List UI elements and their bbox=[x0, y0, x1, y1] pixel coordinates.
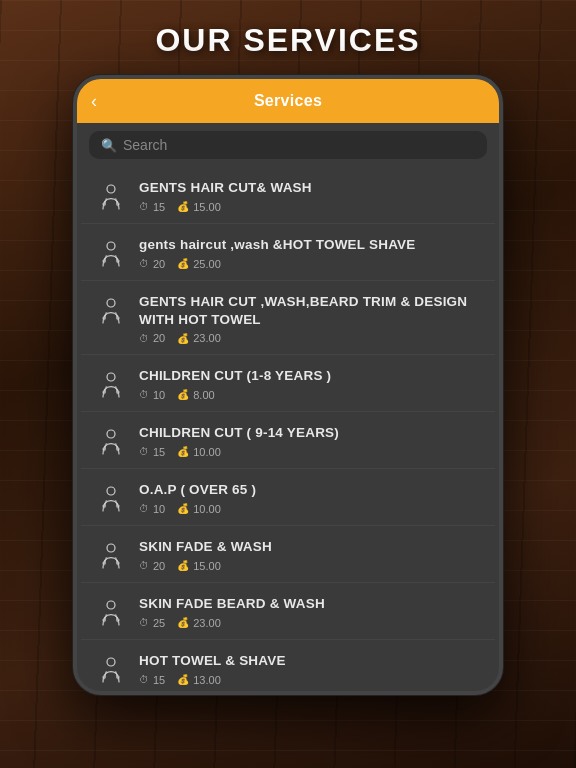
price-icon: 💰 bbox=[177, 560, 189, 571]
price-value: 23.00 bbox=[193, 332, 221, 344]
clock-icon: ⏱ bbox=[139, 617, 149, 628]
tablet-frame: ‹ Services 🔍 Search GENTS HAIR CUT& WASH… bbox=[73, 75, 503, 695]
duration-value: 20 bbox=[153, 560, 165, 572]
svg-point-1 bbox=[107, 242, 115, 250]
clock-icon: ⏱ bbox=[139, 258, 149, 269]
price-value: 25.00 bbox=[193, 258, 221, 270]
service-icon bbox=[95, 426, 127, 458]
price-icon: 💰 bbox=[177, 503, 189, 514]
duration-value: 25 bbox=[153, 617, 165, 629]
service-price: 💰 8.00 bbox=[177, 389, 214, 401]
service-duration: ⏱ 20 bbox=[139, 258, 165, 270]
service-info: gents haircut ,wash &HOT TOWEL SHAVE ⏱ 2… bbox=[139, 236, 481, 270]
service-duration: ⏱ 15 bbox=[139, 201, 165, 213]
service-icon bbox=[95, 654, 127, 686]
service-meta: ⏱ 25 💰 23.00 bbox=[139, 617, 481, 629]
service-name: CHILDREN CUT ( 9-14 YEARS) bbox=[139, 424, 481, 442]
price-icon: 💰 bbox=[177, 389, 189, 400]
price-value: 8.00 bbox=[193, 389, 214, 401]
service-price: 💰 25.00 bbox=[177, 258, 221, 270]
service-duration: ⏱ 15 bbox=[139, 674, 165, 686]
service-meta: ⏱ 15 💰 15.00 bbox=[139, 201, 481, 213]
service-meta: ⏱ 15 💰 10.00 bbox=[139, 446, 481, 458]
services-list[interactable]: GENTS HAIR CUT& WASH ⏱ 15 💰 15.00 gents … bbox=[77, 167, 499, 691]
service-name: O.A.P ( OVER 65 ) bbox=[139, 481, 481, 499]
service-icon bbox=[95, 483, 127, 515]
service-meta: ⏱ 15 💰 13.00 bbox=[139, 674, 481, 686]
service-info: O.A.P ( OVER 65 ) ⏱ 10 💰 10.00 bbox=[139, 481, 481, 515]
service-icon bbox=[95, 369, 127, 401]
page-title: OUR SERVICES bbox=[155, 22, 420, 59]
price-icon: 💰 bbox=[177, 258, 189, 269]
service-icon bbox=[95, 597, 127, 629]
service-duration: ⏱ 20 bbox=[139, 332, 165, 344]
service-meta: ⏱ 10 💰 10.00 bbox=[139, 503, 481, 515]
service-icon bbox=[95, 295, 127, 327]
svg-point-2 bbox=[107, 299, 115, 307]
search-icon: 🔍 bbox=[101, 138, 117, 153]
list-item[interactable]: O.A.P ( OVER 65 ) ⏱ 10 💰 10.00 bbox=[81, 469, 495, 526]
service-price: 💰 15.00 bbox=[177, 560, 221, 572]
service-price: 💰 15.00 bbox=[177, 201, 221, 213]
service-icon bbox=[95, 238, 127, 270]
duration-value: 15 bbox=[153, 201, 165, 213]
clock-icon: ⏱ bbox=[139, 560, 149, 571]
clock-icon: ⏱ bbox=[139, 389, 149, 400]
svg-point-5 bbox=[107, 487, 115, 495]
service-price: 💰 23.00 bbox=[177, 617, 221, 629]
price-value: 23.00 bbox=[193, 617, 221, 629]
service-duration: ⏱ 10 bbox=[139, 503, 165, 515]
service-duration: ⏱ 20 bbox=[139, 560, 165, 572]
svg-point-7 bbox=[107, 601, 115, 609]
service-info: GENTS HAIR CUT ,WASH,BEARD TRIM & DESIGN… bbox=[139, 293, 481, 344]
duration-value: 20 bbox=[153, 258, 165, 270]
service-duration: ⏱ 15 bbox=[139, 446, 165, 458]
service-meta: ⏱ 10 💰 8.00 bbox=[139, 389, 481, 401]
list-item[interactable]: SKIN FADE & WASH ⏱ 20 💰 15.00 bbox=[81, 526, 495, 583]
clock-icon: ⏱ bbox=[139, 333, 149, 344]
list-item[interactable]: SKIN FADE BEARD & WASH ⏱ 25 💰 23.00 bbox=[81, 583, 495, 640]
price-icon: 💰 bbox=[177, 333, 189, 344]
clock-icon: ⏱ bbox=[139, 674, 149, 685]
svg-point-4 bbox=[107, 430, 115, 438]
price-icon: 💰 bbox=[177, 201, 189, 212]
list-item[interactable]: GENTS HAIR CUT& WASH ⏱ 15 💰 15.00 bbox=[81, 167, 495, 224]
service-meta: ⏱ 20 💰 23.00 bbox=[139, 332, 481, 344]
back-button[interactable]: ‹ bbox=[91, 91, 97, 112]
svg-point-3 bbox=[107, 373, 115, 381]
duration-value: 10 bbox=[153, 503, 165, 515]
service-info: SKIN FADE & WASH ⏱ 20 💰 15.00 bbox=[139, 538, 481, 572]
list-item[interactable]: gents haircut ,wash &HOT TOWEL SHAVE ⏱ 2… bbox=[81, 224, 495, 281]
price-icon: 💰 bbox=[177, 617, 189, 628]
list-item[interactable]: CHILDREN CUT ( 9-14 YEARS) ⏱ 15 💰 10.00 bbox=[81, 412, 495, 469]
price-icon: 💰 bbox=[177, 674, 189, 685]
search-input-wrapper[interactable]: 🔍 Search bbox=[89, 131, 487, 159]
price-value: 10.00 bbox=[193, 446, 221, 458]
service-info: SKIN FADE BEARD & WASH ⏱ 25 💰 23.00 bbox=[139, 595, 481, 629]
price-value: 15.00 bbox=[193, 560, 221, 572]
service-icon bbox=[95, 181, 127, 213]
clock-icon: ⏱ bbox=[139, 201, 149, 212]
clock-icon: ⏱ bbox=[139, 446, 149, 457]
service-price: 💰 10.00 bbox=[177, 503, 221, 515]
svg-point-8 bbox=[107, 658, 115, 666]
duration-value: 20 bbox=[153, 332, 165, 344]
price-value: 10.00 bbox=[193, 503, 221, 515]
service-name: SKIN FADE BEARD & WASH bbox=[139, 595, 481, 613]
service-price: 💰 13.00 bbox=[177, 674, 221, 686]
service-name: CHILDREN CUT (1-8 YEARS ) bbox=[139, 367, 481, 385]
price-icon: 💰 bbox=[177, 446, 189, 457]
list-item[interactable]: CHILDREN CUT (1-8 YEARS ) ⏱ 10 💰 8.00 bbox=[81, 355, 495, 412]
price-value: 15.00 bbox=[193, 201, 221, 213]
service-info: HOT TOWEL & SHAVE ⏱ 15 💰 13.00 bbox=[139, 652, 481, 686]
service-price: 💰 23.00 bbox=[177, 332, 221, 344]
list-item[interactable]: GENTS HAIR CUT ,WASH,BEARD TRIM & DESIGN… bbox=[81, 281, 495, 355]
service-duration: ⏱ 25 bbox=[139, 617, 165, 629]
service-meta: ⏱ 20 💰 15.00 bbox=[139, 560, 481, 572]
svg-point-0 bbox=[107, 185, 115, 193]
list-item[interactable]: HOT TOWEL & SHAVE ⏱ 15 💰 13.00 bbox=[81, 640, 495, 691]
service-meta: ⏱ 20 💰 25.00 bbox=[139, 258, 481, 270]
clock-icon: ⏱ bbox=[139, 503, 149, 514]
service-info: CHILDREN CUT (1-8 YEARS ) ⏱ 10 💰 8.00 bbox=[139, 367, 481, 401]
service-icon bbox=[95, 540, 127, 572]
